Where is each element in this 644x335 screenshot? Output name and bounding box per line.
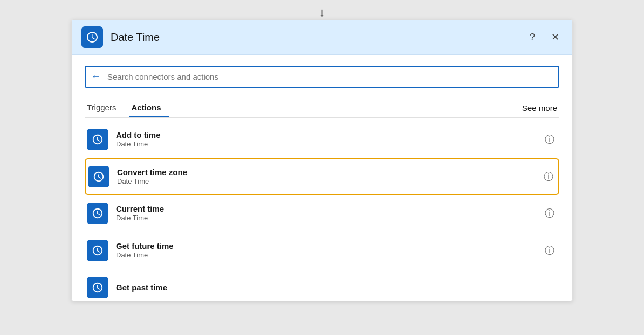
clock-icon-convert [93,171,105,183]
action-subtitle-get-future-time: Date Time [116,251,542,260]
search-bar: ← [85,66,559,88]
action-item-current-time[interactable]: Current time Date Time ⓘ [85,195,559,232]
datetime-header-icon [81,26,103,48]
info-button-get-future-time[interactable]: ⓘ [542,243,557,258]
clock-icon [86,31,99,44]
action-name-convert-time-zone: Convert time zone [117,167,541,178]
action-item-add-to-time[interactable]: Add to time Date Time ⓘ [85,121,559,158]
info-button-convert-time-zone[interactable]: ⓘ [541,169,556,184]
search-input[interactable] [104,67,553,87]
tabs-bar: Triggers Actions See more [85,99,559,118]
clock-icon-add [92,134,104,145]
action-icon-add-to-time [87,129,108,150]
panel-title: Date Time [111,31,525,44]
datetime-panel: Date Time ? ✕ ← Triggers Actions See mor… [71,19,573,301]
action-item-get-future-time[interactable]: Get future time Date Time ⓘ [85,232,559,269]
action-name-add-to-time: Add to time [116,130,542,141]
panel-body: ← Triggers Actions See more [72,55,572,301]
action-icon-current-time [87,203,108,224]
action-text-get-past-time: Get past time [116,282,557,293]
close-button[interactable]: ✕ [547,30,563,45]
header-actions: ? ✕ [525,30,563,45]
action-subtitle-current-time: Date Time [116,214,542,223]
info-button-current-time[interactable]: ⓘ [542,206,557,221]
down-arrow-icon: ↓ [319,5,325,19]
info-button-add-to-time[interactable]: ⓘ [542,132,557,147]
action-text-add-to-time: Add to time Date Time [116,130,542,149]
action-subtitle-convert-time-zone: Date Time [117,177,541,186]
clock-icon-past [92,282,104,294]
action-list: Add to time Date Time ⓘ Convert time zon… [85,121,559,301]
panel-header: Date Time ? ✕ [72,20,572,55]
clock-icon-future [92,245,104,256]
action-name-current-time: Current time [116,204,542,214]
tab-triggers[interactable]: Triggers [85,99,125,117]
action-text-convert-time-zone: Convert time zone Date Time [117,167,541,186]
action-text-current-time: Current time Date Time [116,204,542,223]
tab-actions[interactable]: Actions [129,99,169,117]
action-subtitle-add-to-time: Date Time [116,140,542,149]
action-icon-get-future-time [87,240,108,261]
see-more-button[interactable]: See more [520,99,559,117]
action-icon-convert-time-zone [88,166,109,187]
action-icon-get-past-time [87,277,108,298]
action-item-convert-time-zone[interactable]: Convert time zone Date Time ⓘ [85,158,559,195]
action-item-get-past-time[interactable]: Get past time [85,269,559,301]
action-name-get-future-time: Get future time [116,241,542,252]
search-back-button[interactable]: ← [91,67,104,87]
help-button[interactable]: ? [525,30,540,45]
action-text-get-future-time: Get future time Date Time [116,241,542,260]
clock-icon-current [92,207,104,219]
action-name-get-past-time: Get past time [116,282,557,293]
